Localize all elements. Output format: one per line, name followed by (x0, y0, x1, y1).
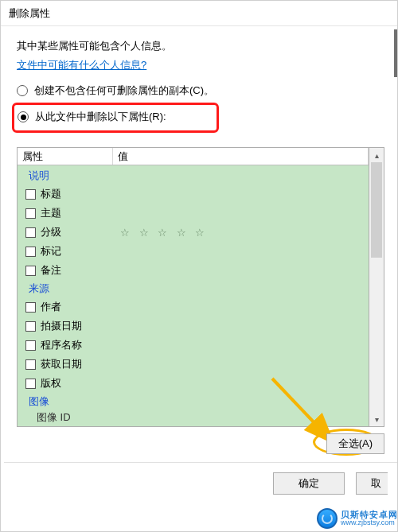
dialog-button-row: 确定 取 (4, 462, 397, 505)
dialog-titlebar: 删除属性 (1, 1, 397, 26)
scroll-thumb[interactable] (371, 162, 382, 258)
group-image: 图像 (18, 393, 369, 410)
partial-item: 图像 ID (18, 410, 369, 425)
checkbox-icon[interactable] (25, 302, 36, 313)
list-item[interactable]: 版权 (18, 374, 369, 393)
item-label: 标记 (41, 244, 120, 258)
properties-list: 属性 值 说明 标题 主题 (17, 147, 384, 427)
intro-text: 其中某些属性可能包含个人信息。 (17, 39, 384, 53)
list-item[interactable]: 分级 ☆ ☆ ☆ ☆ ☆ (18, 223, 369, 242)
radio-group: 创建不包含任何可删除属性的副本(C)。 从此文件中删除以下属性(R): (17, 83, 384, 139)
personal-info-link[interactable]: 文件中可能有什么个人信息? (17, 58, 384, 72)
list-item[interactable]: 备注 (18, 261, 369, 280)
list-item[interactable]: 作者 (18, 297, 369, 316)
item-value-rating: ☆ ☆ ☆ ☆ ☆ (120, 227, 369, 239)
radio-create-copy[interactable]: 创建不包含任何可删除属性的副本(C)。 (17, 83, 384, 98)
decorative-edge (394, 29, 397, 77)
list-inner: 属性 值 说明 标题 主题 (18, 148, 369, 426)
group-description: 说明 (18, 167, 369, 184)
list-item[interactable]: 程序名称 (18, 336, 369, 355)
checkbox-icon[interactable] (25, 208, 36, 219)
list-body: 说明 标题 主题 分级 ☆ ☆ ☆ ☆ ☆ (18, 165, 369, 426)
radio-remove-from-file[interactable]: 从此文件中删除以下属性(R): (18, 110, 210, 124)
item-label: 获取日期 (41, 357, 120, 371)
scroll-down-icon[interactable]: ▾ (369, 412, 384, 426)
cancel-button[interactable]: 取 (356, 472, 388, 495)
checkbox-icon[interactable] (25, 247, 36, 257)
dialog-content: 其中某些属性可能包含个人信息。 文件中可能有什么个人信息? 创建不包含任何可删除… (1, 26, 397, 531)
item-label: 备注 (41, 263, 120, 278)
checkbox-icon[interactable] (25, 266, 36, 276)
list-item[interactable]: 主题 (18, 204, 369, 223)
remove-properties-dialog: 删除属性 其中某些属性可能包含个人信息。 文件中可能有什么个人信息? 创建不包含… (0, 0, 398, 532)
radio-icon (17, 85, 28, 96)
select-all-row: 全选(A) (17, 433, 384, 454)
dialog-title: 删除属性 (9, 7, 50, 19)
item-label: 程序名称 (41, 338, 120, 352)
select-all-label: 全选(A) (338, 437, 373, 449)
item-label: 作者 (41, 300, 120, 314)
column-header-property[interactable]: 属性 (18, 148, 113, 165)
item-label: 版权 (41, 376, 120, 390)
radio-remove-label: 从此文件中删除以下属性(R): (35, 110, 166, 124)
vertical-scrollbar[interactable]: ▴ ▾ (369, 148, 384, 426)
item-label: 拍摄日期 (41, 319, 120, 333)
item-label: 标题 (41, 187, 120, 201)
watermark: 贝斯特安卓网 www.zjbstsy.com (317, 508, 398, 529)
checkbox-icon[interactable] (25, 227, 36, 238)
radio-create-copy-label: 创建不包含任何可删除属性的副本(C)。 (34, 83, 214, 98)
scroll-track[interactable] (369, 162, 384, 412)
checkbox-icon[interactable] (25, 189, 36, 200)
item-label: 分级 (41, 225, 120, 239)
ok-button[interactable]: 确定 (273, 472, 345, 495)
list-item[interactable]: 获取日期 (18, 355, 369, 374)
watermark-text: 贝斯特安卓网 www.zjbstsy.com (341, 511, 398, 526)
watermark-logo-icon (317, 508, 338, 529)
highlighted-option: 从此文件中删除以下属性(R): (12, 103, 219, 133)
list-item[interactable]: 标记 (18, 242, 369, 261)
checkbox-icon[interactable] (25, 340, 36, 351)
checkbox-icon[interactable] (25, 359, 36, 370)
list-header: 属性 值 (18, 148, 369, 165)
checkbox-icon[interactable] (25, 321, 36, 332)
scroll-up-icon[interactable]: ▴ (369, 148, 384, 162)
group-origin: 来源 (18, 280, 369, 297)
watermark-url: www.zjbstsy.com (341, 519, 398, 526)
checkbox-icon[interactable] (25, 379, 36, 389)
column-header-value[interactable]: 值 (113, 148, 369, 165)
item-label: 主题 (41, 206, 120, 220)
radio-icon-checked (18, 111, 29, 122)
list-item[interactable]: 标题 (18, 184, 369, 204)
list-item[interactable]: 拍摄日期 (18, 316, 369, 336)
select-all-button[interactable]: 全选(A) (326, 433, 384, 454)
